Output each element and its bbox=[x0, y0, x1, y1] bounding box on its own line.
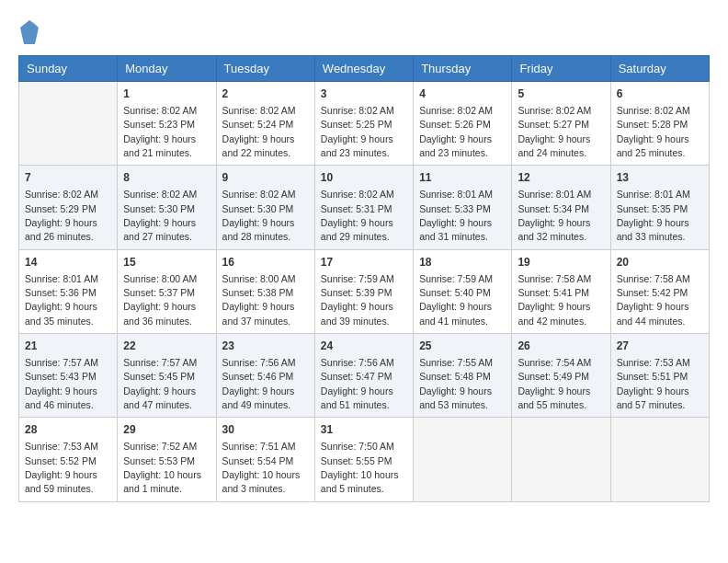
day-sunrise: Sunrise: 7:59 AMSunset: 5:39 PMDaylight:… bbox=[321, 273, 394, 327]
calendar-week-2: 7 Sunrise: 8:02 AMSunset: 5:29 PMDayligh… bbox=[19, 166, 710, 249]
day-number: 17 bbox=[321, 255, 407, 270]
day-number: 9 bbox=[222, 170, 309, 186]
day-sunrise: Sunrise: 7:58 AMSunset: 5:42 PMDaylight:… bbox=[617, 273, 690, 327]
day-number: 30 bbox=[222, 422, 309, 438]
day-number: 20 bbox=[617, 255, 703, 270]
day-sunrise: Sunrise: 8:02 AMSunset: 5:30 PMDaylight:… bbox=[123, 189, 197, 242]
calendar-cell: 23 Sunrise: 7:56 AMSunset: 5:46 PMDaylig… bbox=[216, 334, 314, 418]
day-number: 2 bbox=[222, 86, 309, 102]
day-sunrise: Sunrise: 8:00 AMSunset: 5:37 PMDaylight:… bbox=[123, 273, 197, 327]
day-number: 23 bbox=[222, 339, 309, 354]
calendar-cell: 16 Sunrise: 8:00 AMSunset: 5:38 PMDaylig… bbox=[216, 249, 314, 333]
day-sunrise: Sunrise: 7:50 AMSunset: 5:55 PMDaylight:… bbox=[321, 441, 399, 494]
calendar-cell bbox=[512, 418, 610, 501]
day-sunrise: Sunrise: 7:51 AMSunset: 5:54 PMDaylight:… bbox=[222, 441, 301, 494]
calendar-cell: 29 Sunrise: 7:52 AMSunset: 5:53 PMDaylig… bbox=[118, 418, 216, 501]
header-monday: Monday bbox=[118, 56, 216, 82]
day-number: 10 bbox=[321, 170, 407, 186]
day-sunrise: Sunrise: 8:01 AMSunset: 5:36 PMDaylight:… bbox=[25, 273, 98, 327]
day-number: 14 bbox=[25, 255, 111, 270]
day-number: 12 bbox=[518, 170, 604, 186]
calendar-cell: 24 Sunrise: 7:56 AMSunset: 5:47 PMDaylig… bbox=[314, 334, 413, 418]
day-number: 26 bbox=[518, 339, 604, 354]
day-number: 18 bbox=[419, 255, 506, 270]
calendar-cell: 18 Sunrise: 7:59 AMSunset: 5:40 PMDaylig… bbox=[414, 249, 512, 333]
day-sunrise: Sunrise: 8:02 AMSunset: 5:27 PMDaylight:… bbox=[518, 105, 591, 158]
day-sunrise: Sunrise: 7:52 AMSunset: 5:53 PMDaylight:… bbox=[123, 441, 201, 494]
day-sunrise: Sunrise: 7:57 AMSunset: 5:43 PMDaylight:… bbox=[25, 357, 98, 410]
day-number: 27 bbox=[617, 339, 703, 354]
day-sunrise: Sunrise: 7:53 AMSunset: 5:52 PMDaylight:… bbox=[25, 441, 98, 494]
svg-marker-0 bbox=[20, 20, 39, 44]
calendar-cell: 4 Sunrise: 8:02 AMSunset: 5:26 PMDayligh… bbox=[414, 82, 512, 166]
calendar-cell: 20 Sunrise: 7:58 AMSunset: 5:42 PMDaylig… bbox=[610, 249, 709, 333]
day-number: 5 bbox=[518, 86, 604, 102]
calendar-cell: 12 Sunrise: 8:01 AMSunset: 5:34 PMDaylig… bbox=[512, 166, 610, 249]
header-friday: Friday bbox=[512, 56, 610, 82]
day-sunrise: Sunrise: 8:01 AMSunset: 5:33 PMDaylight:… bbox=[419, 189, 493, 242]
calendar-cell bbox=[19, 82, 118, 166]
calendar-cell: 7 Sunrise: 8:02 AMSunset: 5:29 PMDayligh… bbox=[19, 166, 118, 249]
day-sunrise: Sunrise: 7:55 AMSunset: 5:48 PMDaylight:… bbox=[419, 357, 493, 410]
calendar-cell: 19 Sunrise: 7:58 AMSunset: 5:41 PMDaylig… bbox=[512, 249, 610, 333]
day-number: 13 bbox=[617, 170, 703, 186]
day-sunrise: Sunrise: 8:02 AMSunset: 5:30 PMDaylight:… bbox=[222, 189, 296, 242]
day-number: 11 bbox=[419, 170, 506, 186]
calendar-cell: 6 Sunrise: 8:02 AMSunset: 5:28 PMDayligh… bbox=[610, 82, 709, 166]
calendar-cell: 11 Sunrise: 8:01 AMSunset: 5:33 PMDaylig… bbox=[414, 166, 512, 249]
calendar-cell: 27 Sunrise: 7:53 AMSunset: 5:51 PMDaylig… bbox=[610, 334, 709, 418]
calendar-cell bbox=[414, 418, 512, 501]
calendar-cell: 26 Sunrise: 7:54 AMSunset: 5:49 PMDaylig… bbox=[512, 334, 610, 418]
day-sunrise: Sunrise: 8:02 AMSunset: 5:31 PMDaylight:… bbox=[321, 189, 394, 242]
header-thursday: Thursday bbox=[414, 56, 512, 82]
day-number: 19 bbox=[518, 255, 604, 270]
day-number: 8 bbox=[123, 170, 210, 186]
day-number: 6 bbox=[617, 86, 703, 102]
calendar-body: 1 Sunrise: 8:02 AMSunset: 5:23 PMDayligh… bbox=[19, 82, 710, 502]
calendar-cell: 17 Sunrise: 7:59 AMSunset: 5:39 PMDaylig… bbox=[314, 249, 413, 333]
day-sunrise: Sunrise: 8:00 AMSunset: 5:38 PMDaylight:… bbox=[222, 273, 296, 327]
day-number: 1 bbox=[123, 86, 210, 102]
day-number: 28 bbox=[25, 422, 111, 438]
logo-icon bbox=[18, 18, 40, 46]
calendar-cell: 21 Sunrise: 7:57 AMSunset: 5:43 PMDaylig… bbox=[19, 334, 118, 418]
day-number: 15 bbox=[123, 255, 210, 270]
calendar-week-5: 28 Sunrise: 7:53 AMSunset: 5:52 PMDaylig… bbox=[19, 418, 710, 501]
day-sunrise: Sunrise: 7:53 AMSunset: 5:51 PMDaylight:… bbox=[617, 357, 690, 410]
header-wednesday: Wednesday bbox=[314, 56, 413, 82]
calendar-cell: 5 Sunrise: 8:02 AMSunset: 5:27 PMDayligh… bbox=[512, 82, 610, 166]
day-sunrise: Sunrise: 8:01 AMSunset: 5:35 PMDaylight:… bbox=[617, 189, 690, 242]
calendar-cell: 14 Sunrise: 8:01 AMSunset: 5:36 PMDaylig… bbox=[19, 249, 118, 333]
calendar-cell: 15 Sunrise: 8:00 AMSunset: 5:37 PMDaylig… bbox=[118, 249, 216, 333]
calendar-cell: 10 Sunrise: 8:02 AMSunset: 5:31 PMDaylig… bbox=[314, 166, 413, 249]
day-sunrise: Sunrise: 8:02 AMSunset: 5:24 PMDaylight:… bbox=[222, 105, 296, 158]
header-tuesday: Tuesday bbox=[216, 56, 314, 82]
calendar-cell: 28 Sunrise: 7:53 AMSunset: 5:52 PMDaylig… bbox=[19, 418, 118, 501]
day-number: 16 bbox=[222, 255, 309, 270]
day-sunrise: Sunrise: 7:56 AMSunset: 5:46 PMDaylight:… bbox=[222, 357, 296, 410]
day-sunrise: Sunrise: 8:02 AMSunset: 5:28 PMDaylight:… bbox=[617, 105, 690, 158]
logo bbox=[18, 18, 44, 46]
header-sunday: Sunday bbox=[19, 56, 118, 82]
calendar-cell: 13 Sunrise: 8:01 AMSunset: 5:35 PMDaylig… bbox=[610, 166, 709, 249]
day-sunrise: Sunrise: 8:01 AMSunset: 5:34 PMDaylight:… bbox=[518, 189, 591, 242]
calendar-cell: 3 Sunrise: 8:02 AMSunset: 5:25 PMDayligh… bbox=[314, 82, 413, 166]
calendar-cell: 9 Sunrise: 8:02 AMSunset: 5:30 PMDayligh… bbox=[216, 166, 314, 249]
day-number: 21 bbox=[25, 339, 111, 354]
calendar-week-4: 21 Sunrise: 7:57 AMSunset: 5:43 PMDaylig… bbox=[19, 334, 710, 418]
day-sunrise: Sunrise: 8:02 AMSunset: 5:26 PMDaylight:… bbox=[419, 105, 493, 158]
calendar-cell: 1 Sunrise: 8:02 AMSunset: 5:23 PMDayligh… bbox=[118, 82, 216, 166]
calendar-cell: 22 Sunrise: 7:57 AMSunset: 5:45 PMDaylig… bbox=[118, 334, 216, 418]
day-sunrise: Sunrise: 8:02 AMSunset: 5:29 PMDaylight:… bbox=[25, 189, 98, 242]
calendar-cell bbox=[610, 418, 709, 501]
day-sunrise: Sunrise: 7:58 AMSunset: 5:41 PMDaylight:… bbox=[518, 273, 591, 327]
day-number: 3 bbox=[321, 86, 407, 102]
day-number: 25 bbox=[419, 339, 506, 354]
calendar-cell: 25 Sunrise: 7:55 AMSunset: 5:48 PMDaylig… bbox=[414, 334, 512, 418]
day-number: 31 bbox=[321, 422, 407, 438]
day-number: 24 bbox=[321, 339, 407, 354]
calendar-cell: 31 Sunrise: 7:50 AMSunset: 5:55 PMDaylig… bbox=[314, 418, 413, 501]
day-sunrise: Sunrise: 7:59 AMSunset: 5:40 PMDaylight:… bbox=[419, 273, 493, 327]
day-sunrise: Sunrise: 7:54 AMSunset: 5:49 PMDaylight:… bbox=[518, 357, 591, 410]
calendar-cell: 8 Sunrise: 8:02 AMSunset: 5:30 PMDayligh… bbox=[118, 166, 216, 249]
